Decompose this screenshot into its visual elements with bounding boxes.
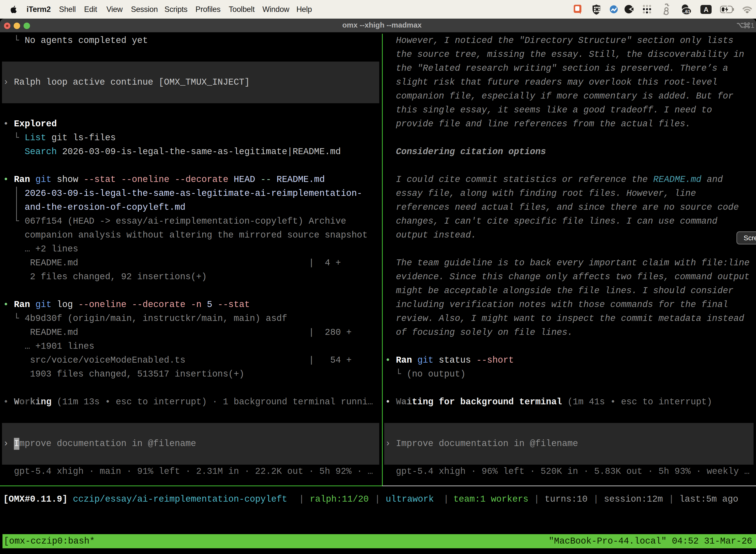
svg-text:A: A [704,6,708,13]
svg-text:..61: ..61 [683,9,691,14]
